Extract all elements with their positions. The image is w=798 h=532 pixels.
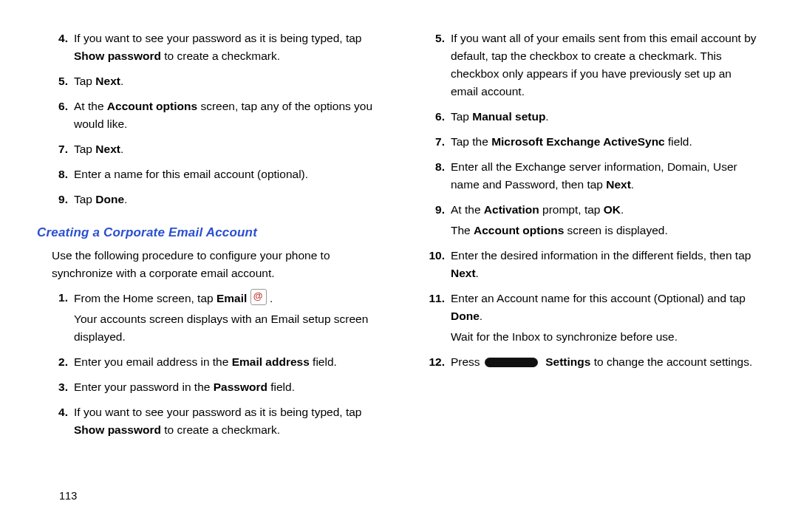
list-item: 3.Enter your password in the Password fi… (37, 378, 384, 399)
step-text: Enter an Account name for this account (… (451, 290, 761, 349)
step-number: 5. (37, 72, 74, 90)
section-intro: Use the following procedure to configure… (52, 247, 384, 282)
step-number: 10. (414, 247, 451, 265)
step-text: At the Activation prompt, tap OK.The Acc… (451, 201, 761, 242)
list-item: 6.Tap Manual setup. (414, 108, 761, 129)
step-number: 6. (37, 98, 74, 115)
step-number: 5. (414, 30, 451, 47)
list-item: 4.If you want to see your password as it… (37, 403, 384, 442)
list-item: 8.Enter a name for this email account (o… (37, 166, 384, 186)
list-item: 8.Enter all the Exchange server informat… (414, 158, 761, 197)
step-number: 11. (414, 290, 451, 307)
step-number: 7. (37, 140, 74, 158)
list-item: 5.If you want all of your emails sent fr… (414, 30, 761, 103)
list-item: 9.Tap Done. (37, 191, 384, 211)
steps-list-right: 5.If you want all of your emails sent fr… (414, 30, 761, 374)
list-item: 1.From the Home screen, tap Email .Your … (37, 289, 384, 349)
step-number: 8. (414, 158, 451, 176)
step-number: 6. (414, 108, 451, 126)
page-number: 113 (59, 488, 77, 504)
list-item: 6.At the Account options screen, tap any… (37, 98, 384, 136)
menu-key-icon (485, 358, 538, 367)
list-item: 10.Enter the desired information in the … (414, 247, 761, 285)
left-column: 4.If you want to see your password as it… (37, 30, 384, 446)
step-number: 12. (414, 353, 451, 371)
list-item: 12.Press Settings to change the account … (414, 353, 761, 374)
list-item: 4.If you want to see your password as it… (37, 30, 384, 68)
step-number: 8. (37, 166, 74, 183)
step-number: 4. (37, 30, 74, 47)
step-text: Enter you email address in the Email add… (74, 353, 384, 374)
manual-page: 4.If you want to see your password as it… (0, 0, 798, 446)
step-text: If you want all of your emails sent from… (451, 30, 761, 103)
step-number: 9. (414, 201, 451, 219)
step-text: Tap Next. (74, 140, 384, 161)
email-icon (250, 289, 267, 305)
step-text: Enter the desired information in the dif… (451, 247, 761, 285)
section-heading: Creating a Corporate Email Account (37, 223, 384, 242)
step-number: 1. (37, 289, 74, 307)
step-text: From the Home screen, tap Email .Your ac… (74, 289, 384, 349)
step-number: 9. (37, 191, 74, 208)
step-number: 7. (414, 133, 451, 151)
list-item: 7.Tap the Microsoft Exchange ActiveSync … (414, 133, 761, 154)
step-number: 4. (37, 403, 74, 421)
right-column: 5.If you want all of your emails sent fr… (414, 30, 761, 446)
steps-list-a: 4.If you want to see your password as it… (37, 30, 384, 211)
list-item: 5.Tap Next. (37, 72, 384, 93)
step-text: If you want to see your password as it i… (74, 403, 384, 442)
step-text: Tap Done. (74, 191, 384, 211)
step-text: If you want to see your password as it i… (74, 30, 384, 68)
list-item: 9.At the Activation prompt, tap OK.The A… (414, 201, 761, 242)
step-number: 3. (37, 378, 74, 396)
steps-list-b: 1.From the Home screen, tap Email .Your … (37, 289, 384, 442)
step-text: Tap Manual setup. (451, 108, 761, 129)
step-text: Press Settings to change the account set… (451, 353, 761, 374)
step-text: Enter all the Exchange server informatio… (451, 158, 761, 197)
step-text: Enter your password in the Password fiel… (74, 378, 384, 399)
list-item: 2.Enter you email address in the Email a… (37, 353, 384, 374)
step-text: Tap the Microsoft Exchange ActiveSync fi… (451, 133, 761, 154)
step-number: 2. (37, 353, 74, 371)
list-item: 11.Enter an Account name for this accoun… (414, 290, 761, 349)
step-text: Enter a name for this email account (opt… (74, 166, 384, 186)
list-item: 7.Tap Next. (37, 140, 384, 161)
step-text: At the Account options screen, tap any o… (74, 98, 384, 136)
step-text: Tap Next. (74, 72, 384, 93)
